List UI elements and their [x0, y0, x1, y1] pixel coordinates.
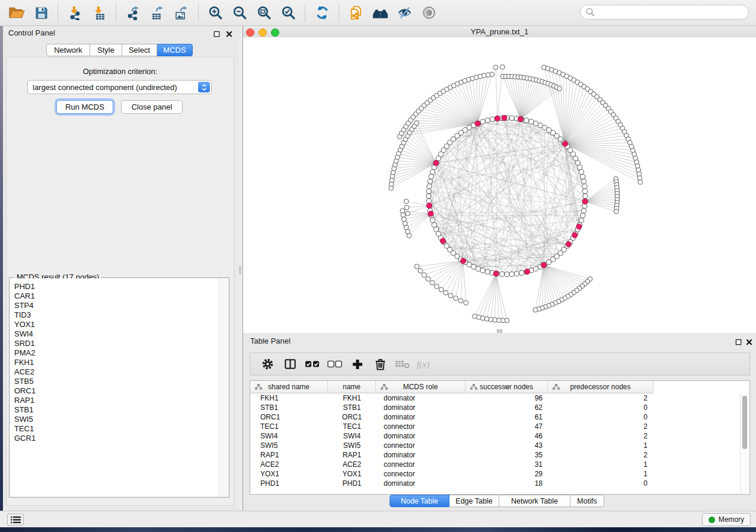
- svg-text:f(x): f(x): [416, 359, 429, 370]
- table-row[interactable]: ORC1ORC1dominator610: [250, 412, 741, 422]
- mcds-result-item[interactable]: ACE2: [10, 367, 219, 377]
- export-table-icon: [151, 6, 165, 20]
- close-table-panel-icon[interactable]: [745, 338, 753, 346]
- table-row[interactable]: STB1STB1dominator620: [250, 403, 741, 412]
- add-row-button[interactable]: [346, 355, 369, 373]
- run-mcds-button[interactable]: Run MCDS: [56, 100, 113, 114]
- table-cell: SWI5: [328, 441, 376, 450]
- mcds-result-item[interactable]: GCR1: [10, 434, 219, 443]
- table-scrollbar[interactable]: [740, 393, 749, 493]
- table-cell: 1: [548, 460, 653, 469]
- show-columns-button[interactable]: [279, 355, 301, 373]
- task-history-button[interactable]: [7, 514, 24, 525]
- zoom-fit-button[interactable]: [255, 4, 273, 23]
- column-header-successor-nodes[interactable]: successor nodes: [465, 381, 548, 393]
- mcds-result-item[interactable]: TID3: [10, 310, 219, 320]
- mcds-result-item[interactable]: STP4: [10, 301, 219, 310]
- zoom-selected-icon: [281, 5, 296, 20]
- mcds-result-item[interactable]: STB1: [10, 405, 219, 415]
- clone-network-button[interactable]: [347, 4, 365, 23]
- show-graphics-details-button[interactable]: [420, 4, 438, 23]
- export-network-button[interactable]: [124, 4, 142, 23]
- sort-down-icon: [470, 384, 543, 389]
- refresh-button[interactable]: [313, 4, 331, 23]
- table-options-gear-button[interactable]: [256, 355, 279, 373]
- deselect-all-button[interactable]: [324, 355, 346, 373]
- tab-network-table[interactable]: Network Table: [499, 495, 570, 507]
- mcds-result-item[interactable]: CAR1: [10, 291, 219, 301]
- export-network-icon: [126, 6, 141, 20]
- table-row[interactable]: PHD1PHD1dominator180: [250, 479, 741, 488]
- zoom-fit-icon: [257, 5, 272, 20]
- zoom-in-button[interactable]: [206, 4, 225, 23]
- table-header: shared namenameMCDS rolesuccessor nodesp…: [250, 381, 653, 393]
- mcds-result-item[interactable]: PMA2: [10, 348, 219, 358]
- tab-node-table[interactable]: Node Table: [390, 495, 449, 507]
- mcds-result-item[interactable]: PHD1: [10, 282, 219, 291]
- select-all-button[interactable]: [301, 355, 324, 373]
- table-cell: dominator: [376, 403, 465, 412]
- hide-graphics-details-button[interactable]: [395, 4, 414, 23]
- network-canvas[interactable]: [243, 37, 756, 333]
- table-cell: 0: [548, 403, 653, 412]
- mcds-result-item[interactable]: TEC1: [10, 424, 219, 434]
- save-button[interactable]: [32, 4, 50, 23]
- mcds-result-item[interactable]: RAP1: [10, 396, 219, 405]
- close-panel-button[interactable]: Close panel: [121, 100, 183, 114]
- table-row[interactable]: SWI4SWI4dominator462: [250, 431, 741, 441]
- zoom-selected-button[interactable]: [279, 4, 298, 23]
- table-cell: 31: [465, 460, 548, 469]
- mcds-result-item[interactable]: STB5: [10, 377, 219, 386]
- table-cell: ORC1: [328, 412, 376, 422]
- table-cell: 1: [548, 469, 653, 479]
- table-cell: dominator: [376, 431, 465, 441]
- float-panel-icon[interactable]: [212, 30, 221, 38]
- zoom-out-button[interactable]: [231, 4, 249, 23]
- column-header-predecessor-nodes[interactable]: predecessor nodes: [548, 381, 653, 393]
- column-header-shared-name[interactable]: shared name: [250, 381, 328, 393]
- table-cell: 96: [465, 393, 548, 403]
- save-icon: [34, 6, 49, 20]
- open-folder-button[interactable]: [8, 4, 26, 23]
- table-row[interactable]: TEC1TEC1connector472: [250, 422, 741, 431]
- column-header-mcds-role[interactable]: MCDS role: [376, 381, 465, 393]
- mcds-result-item[interactable]: SWI4: [10, 329, 219, 339]
- table-scrollbar-thumb[interactable]: [742, 396, 747, 449]
- memory-button[interactable]: Memory: [702, 513, 751, 526]
- tab-select[interactable]: Select: [122, 44, 157, 56]
- delete-table-icon: [395, 358, 410, 370]
- mcds-result-item[interactable]: YOX1: [10, 320, 219, 329]
- tab-motifs[interactable]: Motifs: [570, 495, 604, 507]
- close-panel-icon[interactable]: [225, 30, 233, 38]
- mcds-result-item[interactable]: FKH1: [10, 358, 219, 367]
- vertical-splitter-grip[interactable]: [239, 265, 241, 275]
- table-row[interactable]: YOX1YOX1connector291: [250, 469, 741, 479]
- mcds-result-item[interactable]: ORC1: [10, 386, 219, 396]
- search-input[interactable]: [598, 7, 748, 17]
- delete-rows-button[interactable]: [369, 355, 391, 373]
- tab-style[interactable]: Style: [90, 44, 122, 56]
- table-row[interactable]: ACE2ACE2connector311: [250, 460, 741, 469]
- result-list-scrollbar[interactable]: [219, 278, 228, 496]
- table-row[interactable]: RAP1RAP1dominator352: [250, 450, 741, 460]
- column-header-name[interactable]: name: [328, 381, 376, 393]
- mcds-result-item[interactable]: SWI5: [10, 415, 219, 424]
- binoculars-button[interactable]: [371, 4, 390, 23]
- export-image-button[interactable]: [173, 4, 191, 23]
- mcds-result-item[interactable]: SRD1: [10, 339, 219, 348]
- table-row[interactable]: FKH1FKH1dominator962: [250, 393, 741, 403]
- import-table-button[interactable]: [90, 4, 109, 23]
- optimization-criterion-dropdown[interactable]: largest connected component (undirected): [27, 80, 212, 94]
- tab-edge-table[interactable]: Edge Table: [449, 495, 499, 507]
- mcds-result-groupbox: MCDS result (17 nodes) PHD1CAR1STP4TID3Y…: [9, 277, 229, 498]
- tab-network[interactable]: Network: [46, 44, 90, 56]
- float-table-panel-icon[interactable]: [734, 338, 742, 346]
- table-cell: YOX1: [250, 469, 328, 479]
- table-row[interactable]: SWI5SWI5connector431: [250, 441, 741, 450]
- table-cell: 0: [548, 412, 653, 422]
- export-table-button[interactable]: [148, 4, 167, 23]
- tab-mcds[interactable]: MCDS: [157, 44, 193, 56]
- table-cell: 35: [465, 450, 548, 460]
- import-network-button[interactable]: [66, 4, 84, 23]
- open-folder-icon: [9, 5, 25, 20]
